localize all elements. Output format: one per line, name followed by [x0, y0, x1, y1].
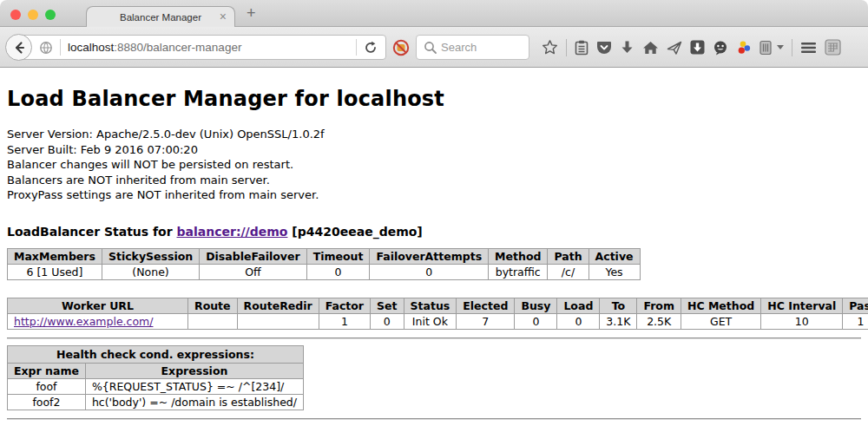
status-suffix: [p4420eeae_demo]	[287, 225, 422, 239]
balancer-settings-table: MaxMembers StickySession DisableFailover…	[7, 248, 641, 280]
table-header-row: MaxMembers StickySession DisableFailover…	[8, 248, 641, 264]
search-icon	[424, 41, 437, 55]
status-prefix: LoadBalancer Status for	[7, 225, 177, 239]
balancer-status-heading: LoadBalancer Status for balancer://demo …	[7, 225, 861, 239]
color-dots-icon[interactable]	[736, 40, 752, 56]
home-icon[interactable]	[642, 40, 659, 56]
cell-busy: 0	[515, 313, 557, 329]
url-domain: localhost	[68, 41, 114, 54]
col-header: From	[637, 298, 681, 313]
url-text: localhost:8880/balancer-manager	[68, 41, 349, 54]
server-info-line: ProxyPass settings are NOT inherited fro…	[7, 187, 861, 203]
col-header: Path	[548, 248, 589, 264]
new-tab-button[interactable]: +	[247, 4, 256, 23]
pocket-icon[interactable]	[596, 40, 612, 56]
reload-icon[interactable]	[364, 41, 378, 55]
col-header: Passes	[843, 298, 868, 313]
worker-status-table: Worker URL Route RouteRedir Factor Set S…	[7, 298, 868, 330]
col-header: Load	[557, 298, 600, 313]
divider	[60, 39, 61, 56]
col-header: Route	[188, 298, 238, 313]
health-row: foof %{REQUEST_STATUS} =~ /^[234]/	[8, 378, 304, 394]
server-info-line: Server Version: Apache/2.5.0-dev (Unix) …	[7, 127, 861, 142]
cell-worker-url: http://www.example.com/	[8, 313, 188, 329]
col-header: Expr name	[8, 363, 86, 378]
table-row: 6 [1 Used] (None) Off 0 0 bytraffic /c/ …	[8, 264, 641, 279]
send-tab-icon[interactable]	[667, 40, 682, 56]
extension-download-icon[interactable]	[690, 40, 705, 55]
cell-stickysession: (None)	[102, 264, 199, 279]
col-header: MaxMembers	[8, 248, 102, 264]
bookmark-star-icon[interactable]	[542, 39, 558, 56]
divider	[566, 39, 567, 56]
health-table-title: Health check cond. expressions:	[8, 345, 304, 363]
cell-from: 2.5K	[637, 313, 681, 329]
tab-balancer-manager[interactable]: Balancer Manager ×	[86, 6, 235, 27]
cell-path: /c/	[548, 264, 589, 279]
table-header-row: Expr name Expression	[8, 363, 304, 378]
cell-to: 3.1K	[600, 313, 637, 329]
col-header: HC Interval	[761, 298, 843, 313]
cell-expr-name: foof2	[8, 394, 86, 410]
address-bar[interactable]: localhost:8880/balancer-manager	[19, 35, 386, 60]
reading-list-icon[interactable]	[575, 40, 589, 56]
tab-bar: Balancer Manager × +	[0, 0, 868, 27]
downloads-icon[interactable]	[620, 40, 635, 56]
cell-active: Yes	[589, 264, 640, 279]
block-request-icon[interactable]	[391, 38, 411, 57]
col-header: Worker URL	[8, 298, 188, 313]
table-title-row: Health check cond. expressions:	[8, 345, 304, 363]
zoom-window-button[interactable]	[45, 10, 56, 20]
minimize-window-button[interactable]	[28, 10, 38, 20]
cell-route	[188, 313, 238, 329]
col-header: Active	[589, 248, 640, 264]
balancer-link[interactable]: balancer://demo	[177, 225, 288, 239]
feedback-smiley-icon[interactable]	[713, 40, 728, 56]
cell-status: Init Ok	[404, 313, 457, 329]
cell-failoverattempts: 0	[370, 264, 489, 279]
cell-method: bytraffic	[489, 264, 548, 279]
col-header: Method	[489, 248, 548, 264]
grid-addon-icon[interactable]	[825, 39, 841, 56]
cell-passes: 1 (0)	[843, 313, 868, 329]
separator	[7, 338, 861, 339]
search-bar[interactable]	[416, 35, 529, 60]
server-info-line: Balancer changes will NOT be persisted o…	[7, 157, 861, 173]
col-header: RouteRedir	[237, 298, 319, 313]
server-info: Server Version: Apache/2.5.0-dev (Unix) …	[7, 127, 861, 203]
cell-expr-name: foof	[8, 378, 86, 394]
health-row: foof2 hc('body') =~ /domain is establish…	[8, 394, 304, 410]
dropdown-caret-icon[interactable]	[777, 45, 784, 49]
back-button[interactable]	[5, 34, 32, 61]
page-title: Load Balancer Manager for localhost	[7, 87, 861, 111]
col-header: Set	[371, 298, 404, 313]
cell-elected: 7	[457, 313, 515, 329]
container-icon[interactable]	[760, 40, 772, 56]
browser-window: Balancer Manager × + localhost:8880/bala…	[0, 0, 868, 426]
menu-icon[interactable]	[800, 41, 817, 55]
cell-timeout: 0	[306, 264, 370, 279]
globe-icon	[39, 41, 53, 55]
cell-disablefailover: Off	[200, 264, 306, 279]
health-check-table: Health check cond. expressions: Expr nam…	[7, 345, 304, 410]
close-window-button[interactable]	[10, 10, 21, 20]
cell-hc-method: GET	[681, 313, 760, 329]
col-header: DisableFailover	[200, 248, 306, 264]
divider	[792, 39, 792, 56]
page-content: Load Balancer Manager for localhost Serv…	[0, 68, 868, 426]
table-header-row: Worker URL Route RouteRedir Factor Set S…	[8, 298, 868, 313]
col-header: Expression	[85, 363, 303, 378]
worker-url-link[interactable]: http://www.example.com/	[14, 315, 153, 328]
col-header: Busy	[515, 298, 557, 313]
url-path: :8880/balancer-manager	[114, 41, 241, 54]
col-header: HC Method	[681, 298, 760, 313]
tab-title: Balancer Manager	[120, 12, 201, 23]
col-header: Timeout	[306, 248, 370, 264]
worker-row: http://www.example.com/ 1 0 Init Ok 7 0 …	[8, 313, 868, 329]
tab-close-icon[interactable]: ×	[220, 10, 227, 23]
cell-load: 0	[557, 313, 600, 329]
back-icon	[12, 41, 26, 55]
col-header: StickySession	[102, 248, 199, 264]
cell-hc-interval: 10	[761, 313, 843, 329]
cell-routeredir	[237, 313, 319, 329]
